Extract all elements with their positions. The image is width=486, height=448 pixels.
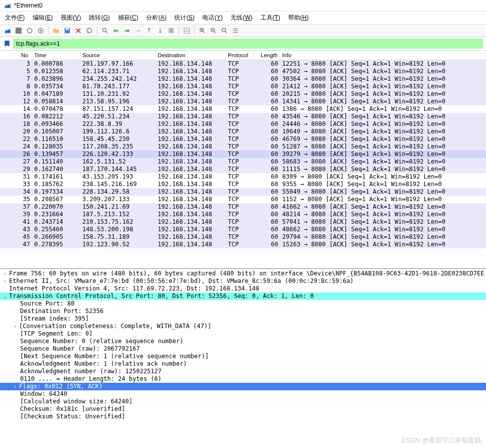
menu-item[interactable]: 捕获(C) <box>115 13 142 23</box>
restart-capture-button[interactable] <box>25 26 34 35</box>
menu-item[interactable]: 统计(S) <box>171 13 197 23</box>
start-capture-button[interactable] <box>3 26 12 35</box>
menu-item[interactable]: 编辑(E) <box>30 13 56 23</box>
find-packet-button[interactable] <box>100 26 109 35</box>
column-protocol[interactable]: Protocol <box>226 51 254 60</box>
zoom-in-button[interactable] <box>198 26 207 35</box>
packet-row[interactable]: 270.151140162.5.131.52192.168.134.148TCP… <box>0 158 486 166</box>
packet-row[interactable]: 220.116510158.45.45.230192.168.134.148TC… <box>0 135 486 143</box>
packet-row[interactable]: 470.278395192.123.90.52192.168.134.148TC… <box>0 241 486 248</box>
reload-button[interactable] <box>85 26 94 35</box>
detail-ip[interactable]: Internet Protocol Version 4, Src: 117.69… <box>0 285 486 292</box>
detail-calc-window[interactable]: [Calculated window size: 64240] <box>0 398 486 405</box>
cell-destination: 192.168.134.148 <box>156 83 226 90</box>
packet-row[interactable]: 260.139457226.120.42.133192.168.134.148T… <box>0 151 486 158</box>
packet-row[interactable]: 430.255460148.53.200.198192.168.134.148T… <box>0 226 486 233</box>
column-source[interactable]: Source <box>80 51 156 60</box>
go-first-button[interactable]: ⤒ <box>145 26 154 35</box>
save-file-button[interactable] <box>63 26 72 35</box>
filter-bookmark-icon[interactable] <box>3 40 11 48</box>
detail-dst-port[interactable]: Destination Port: 52356 <box>0 308 486 315</box>
menu-item[interactable]: 跳转(G) <box>86 13 112 23</box>
detail-ack-num[interactable]: Acknowledgment Number: 1 (relative ack n… <box>0 360 486 368</box>
packet-row[interactable]: 70.023896234.255.242.142192.168.134.148T… <box>0 75 486 83</box>
packet-row[interactable]: 50.01235862.114.233.71192.168.134.148TCP… <box>0 68 486 75</box>
menu-item[interactable]: 分析(A) <box>143 13 169 23</box>
packet-row[interactable]: 340.197334228.134.29.58192.168.134.148TC… <box>0 188 486 196</box>
column-length[interactable]: Length <box>254 51 280 60</box>
zoom-out-button[interactable] <box>209 26 218 35</box>
detail-stream-index[interactable]: [Stream index: 395] <box>0 315 486 323</box>
auto-scroll-button[interactable] <box>167 26 176 35</box>
go-last-button[interactable]: ⤓ <box>156 26 165 35</box>
packet-row[interactable]: 100.047189131.10.231.92192.168.134.148TC… <box>0 90 486 98</box>
cell-no: 24 <box>0 143 32 151</box>
cell-protocol: TCP <box>226 181 254 188</box>
detail-seq-num[interactable]: Sequence Number: 0 (relative sequence nu… <box>0 338 486 345</box>
go-back-button[interactable]: ⇐ <box>111 26 120 35</box>
packet-row[interactable]: 80.03573481.78.243.177192.168.134.148TCP… <box>0 83 486 90</box>
expand-icon[interactable]: › <box>12 323 18 330</box>
packet-details-pane[interactable]: ›Frame 756: 60 bytes on wire (480 bits),… <box>0 269 486 432</box>
close-file-button[interactable] <box>74 26 83 35</box>
detail-checksum-status[interactable]: [Checksum Status: Unverified] <box>0 413 486 420</box>
detail-seg-len[interactable]: [TCP Segment Len: 0] <box>0 330 486 338</box>
packet-row[interactable]: 30.000786201.197.97.166192.168.134.148TC… <box>0 60 486 68</box>
packet-row[interactable]: 180.093466222.38.8.39192.168.134.148TCP6… <box>0 120 486 128</box>
detail-tcp[interactable]: ⌄Transmission Control Protocol, Src Port… <box>0 292 486 300</box>
resize-columns-button[interactable] <box>231 26 240 35</box>
detail-next-seq[interactable]: [Next Sequence Number: 1 (relative seque… <box>0 353 486 360</box>
menu-item[interactable]: 电话(Y) <box>199 13 225 23</box>
go-forward-button[interactable]: ⇒ <box>123 26 132 35</box>
detail-frame[interactable]: ›Frame 756: 60 bytes on wire (480 bits),… <box>0 270 486 277</box>
detail-window[interactable]: Window: 64240 <box>0 390 486 398</box>
expand-icon[interactable]: › <box>2 270 8 277</box>
packet-row[interactable]: 160.08221245.220.51.234192.168.134.148TC… <box>0 113 486 120</box>
detail-src-port[interactable]: Source Port: 80 <box>0 300 486 308</box>
detail-conversation[interactable]: ›[Conversation completeness: Complete, W… <box>0 323 486 330</box>
detail-header-len[interactable]: 0110 .... = Header Length: 24 bytes (6) <box>0 375 486 383</box>
packet-row[interactable]: 450.266905158.75.31.189192.168.134.148TC… <box>0 233 486 241</box>
open-file-button[interactable] <box>52 26 61 35</box>
detail-checksum[interactable]: Checksum: 0x181c [unverified] <box>0 405 486 413</box>
go-to-packet-button[interactable]: → <box>134 26 143 35</box>
packet-row[interactable]: 330.185762238.145.216.169192.168.134.148… <box>0 181 486 188</box>
packet-row[interactable]: 370.220070150.241.21.69192.168.134.148TC… <box>0 203 486 211</box>
packet-row[interactable]: 120.058814213.58.95.196192.168.134.148TC… <box>0 98 486 105</box>
column-time[interactable]: Time <box>32 51 80 60</box>
packet-row[interactable]: 390.231664187.5.213.152192.168.134.148TC… <box>0 211 486 218</box>
detail-ethernet[interactable]: ›Ethernet II, Src: VMware_e7:7e:bd (00:5… <box>0 277 486 285</box>
menu-item[interactable]: 帮助(H) <box>285 13 312 23</box>
cell-no: 26 <box>0 151 32 158</box>
packet-row[interactable]: 290.162740187.170.144.145192.168.134.148… <box>0 166 486 173</box>
packet-row[interactable]: 350.2085673.209.207.133192.168.134.148TC… <box>0 196 486 203</box>
packet-row[interactable]: 310.17416143.153.205.193192.168.134.148T… <box>0 173 486 181</box>
detail-seq-raw[interactable]: Sequence Number (raw): 2067792167 <box>0 345 486 353</box>
column-no[interactable]: No. <box>0 51 32 60</box>
expand-icon[interactable]: › <box>2 277 8 285</box>
colorize-button[interactable] <box>182 26 191 35</box>
expand-icon[interactable] <box>2 285 8 292</box>
stop-capture-button[interactable] <box>14 26 23 35</box>
menu-item[interactable]: 文件(F) <box>2 13 28 23</box>
column-info[interactable]: Info <box>280 51 486 60</box>
packet-row[interactable]: 200.105007199.112.126.6192.168.134.148TC… <box>0 128 486 135</box>
expand-icon[interactable]: › <box>12 383 18 390</box>
zoom-reset-button[interactable] <box>220 26 229 35</box>
detail-ack-raw[interactable]: Acknowledgment number (raw): 1250225127 <box>0 368 486 375</box>
collapse-icon[interactable]: ⌄ <box>2 292 8 300</box>
menu-item[interactable]: 工具(T) <box>258 13 283 23</box>
packet-list-pane[interactable]: No. Time Source Destination Protocol Len… <box>0 51 486 269</box>
cell-info: 30364 → 8080 [ACK] Seq=1 Ack=1 Win=8192 … <box>280 75 486 83</box>
column-destination[interactable]: Destination <box>156 51 226 60</box>
menu-item[interactable]: 视图(V) <box>58 13 84 23</box>
capture-options-button[interactable] <box>36 26 45 35</box>
menu-item[interactable]: 无线(W) <box>227 13 255 23</box>
packet-row[interactable]: 240.128035117.208.35.235192.168.134.148T… <box>0 143 486 151</box>
packet-row[interactable]: 410.243714210.153.75.162192.168.134.148T… <box>0 218 486 226</box>
packet-row[interactable]: 140.07047887.151.157.124192.168.134.148T… <box>0 105 486 113</box>
cell-protocol: TCP <box>226 113 254 120</box>
packet-list-body[interactable]: 30.000786201.197.97.166192.168.134.148TC… <box>0 60 486 248</box>
display-filter-input[interactable] <box>13 39 483 49</box>
detail-flags[interactable]: ›Flags: 0x012 (SYN, ACK) <box>0 383 486 390</box>
